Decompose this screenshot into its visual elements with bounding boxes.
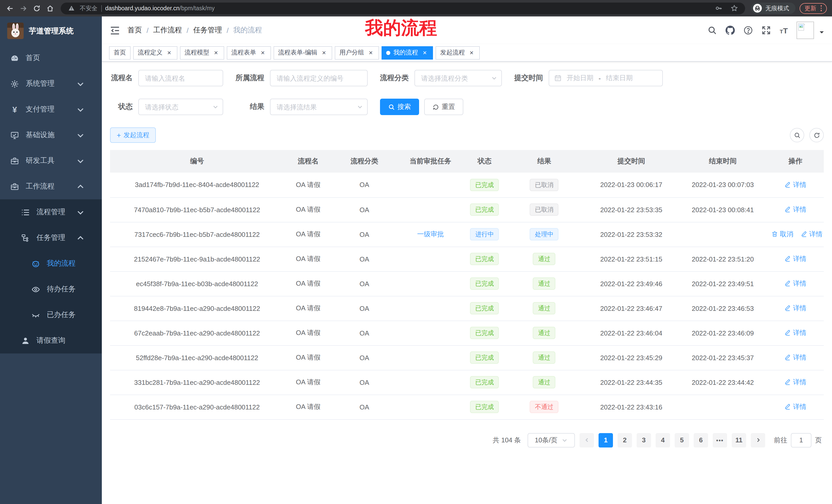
font-size-icon[interactable]: TT [780,26,788,34]
process-category-select-input[interactable] [414,70,502,86]
detail-link[interactable]: 详情 [800,230,823,239]
address-bar[interactable]: 不安全 dashboard.yudao.iocoder.cn/bpm/task/… [61,2,745,14]
sidebar-item-process-mgmt[interactable]: 流程管理 [0,199,102,225]
process-name-input[interactable] [138,70,223,86]
result-select[interactable] [270,99,368,115]
goto-page-input[interactable] [791,433,811,447]
close-icon[interactable]: × [212,49,219,56]
app-logo[interactable]: 芋道管理系统 [0,17,102,45]
sidebar-item-my-process[interactable]: 我的流程 [0,251,102,276]
help-icon[interactable] [744,26,753,35]
close-icon[interactable]: × [320,49,328,56]
table-refresh-button[interactable] [809,128,824,142]
close-icon[interactable]: × [421,49,428,56]
status-select-input[interactable] [138,99,223,115]
sidebar-item-task-mgmt[interactable]: 任务管理 [0,225,102,251]
sidebar-item-dev-tools[interactable]: 研发工具 [0,148,102,174]
key-icon[interactable] [714,4,723,13]
detail-link[interactable]: 详情 [784,180,807,189]
browser-menu-icon[interactable] [821,5,822,11]
process-definition-input[interactable] [270,70,368,86]
tab-my-process[interactable]: 我的流程× [382,46,433,59]
page-button-6[interactable]: 6 [694,433,708,447]
fullscreen-icon[interactable] [762,26,771,35]
end-date-placeholder[interactable]: 结束日期 [606,74,633,83]
tab-user-group[interactable]: 用户分组× [335,46,379,59]
sidebar-item-payment[interactable]: ¥支付管理 [0,96,102,122]
process-category-select[interactable] [414,70,502,86]
status-select[interactable] [138,99,223,115]
forward-icon[interactable] [19,4,28,13]
start-date-placeholder[interactable]: 开始日期 [567,74,593,83]
home-icon[interactable] [45,4,54,13]
star-icon[interactable] [729,4,739,13]
detail-link[interactable]: 详情 [784,304,807,313]
tab-process-definition[interactable]: 流程定义× [133,46,177,59]
result-select-input[interactable] [270,99,368,115]
tab-process-model[interactable]: 流程模型× [180,46,224,59]
hamburger-icon[interactable] [110,26,120,35]
detail-link[interactable]: 详情 [784,254,807,263]
detail-link[interactable]: 详情 [784,402,807,412]
detail-link[interactable]: 详情 [784,377,807,387]
toolbox-icon [10,157,19,165]
avatar-caret-icon[interactable] [820,31,824,35]
security-warning-icon[interactable] [67,4,76,13]
search-button[interactable]: 搜索 [380,99,419,115]
page-button-2[interactable]: 2 [618,433,632,447]
page-button-5[interactable]: 5 [675,433,689,447]
close-icon[interactable]: × [165,49,173,56]
sidebar-item-infrastructure[interactable]: 基础设施 [0,122,102,148]
page-button-3[interactable]: 3 [636,433,651,447]
reload-icon[interactable] [32,4,41,13]
tab-process-form-edit[interactable]: 流程表单-编辑× [274,46,332,59]
github-icon[interactable] [726,26,735,35]
page-button-1[interactable]: 1 [599,433,613,447]
sidebar-item-done-tasks[interactable]: 已办任务 [0,302,102,328]
detail-link[interactable]: 详情 [784,328,807,338]
close-icon[interactable]: × [367,49,374,56]
sidebar-item-workflow[interactable]: 工作流程 [0,174,102,199]
reset-button[interactable]: 重置 [424,99,463,115]
update-button[interactable]: 更新 [799,3,827,13]
search-icon[interactable] [708,26,717,35]
current-task-link[interactable]: 一级审批 [417,230,444,238]
breadcrumb-item[interactable]: 首页 [128,26,142,35]
detail-link[interactable]: 详情 [784,353,807,362]
cell-process-name: OA 请假 [284,247,332,271]
cell-status: 已完成 [465,247,505,271]
sidebar-item-leave-query[interactable]: 请假查询 [0,328,102,354]
sidebar-item-system[interactable]: 系统管理 [0,71,102,96]
sidebar-item-home[interactable]: 首页 [0,45,102,71]
tab-home[interactable]: 首页 [109,46,131,59]
breadcrumb-item[interactable]: 工作流程 [153,26,182,35]
tab-process-form[interactable]: 流程表单× [227,46,271,59]
page-button-11[interactable]: 11 [732,433,746,447]
next-page-button[interactable] [751,433,765,447]
tab-label: 我的流程 [393,48,418,57]
detail-link[interactable]: 详情 [784,205,807,214]
sidebar-item-todo-tasks[interactable]: 待办任务 [0,276,102,302]
breadcrumb-item[interactable]: 任务管理 [193,26,222,35]
prev-page-button[interactable] [579,433,594,447]
close-icon[interactable]: × [468,49,475,56]
cancel-link[interactable]: 取消 [771,230,793,239]
close-icon[interactable]: × [259,49,266,56]
page-size-select[interactable]: 10条/页 [527,433,575,447]
detail-link[interactable]: 详情 [784,279,807,288]
row-actions: 详情 [781,330,810,338]
tab-start-process[interactable]: 发起流程× [436,46,480,59]
table-search-toggle-button[interactable] [790,128,804,142]
cell-end-time: 2022-01-22 23:46:09 [679,320,767,345]
submit-time-range-picker[interactable]: 开始日期 - 结束日期 [549,70,663,86]
page-button-4[interactable]: 4 [656,433,670,447]
cell-actions: 详情 [767,345,824,370]
back-icon[interactable] [5,4,15,13]
user-avatar[interactable] [797,22,814,39]
cell-id: 3ad174fb-7b9d-11ec-8404-acde48001122 [110,173,284,197]
more-pages-icon[interactable]: ••• [713,433,727,447]
start-process-button[interactable]: + 发起流程 [110,128,156,143]
eye-icon [31,285,40,293]
tags-bar: 首页流程定义×流程模型×流程表单×流程表单-编辑×用户分组×我的流程×发起流程× [102,44,832,62]
page-size-value: 10条/页 [535,436,557,445]
